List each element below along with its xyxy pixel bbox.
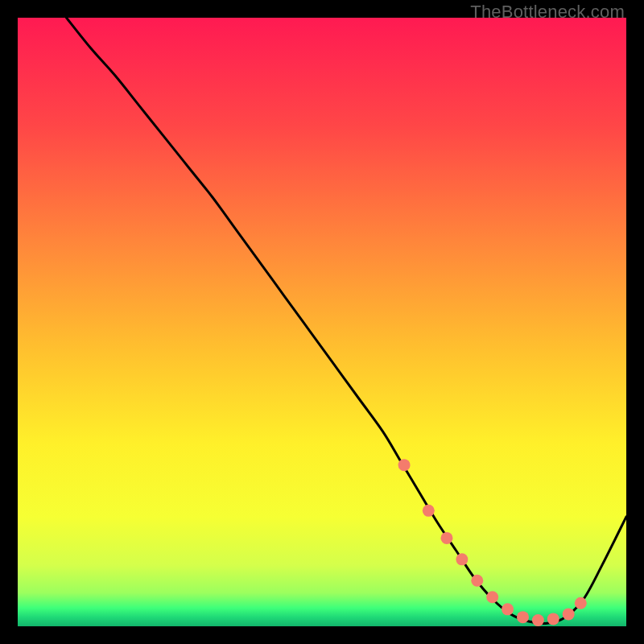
highlight-dot <box>486 591 498 603</box>
highlight-dot <box>517 611 529 623</box>
highlight-dot <box>532 614 544 626</box>
highlight-dot <box>456 553 468 565</box>
highlight-dot <box>398 459 411 471</box>
bottleneck-chart <box>18 18 626 626</box>
highlight-dot <box>547 613 559 625</box>
highlight-dot <box>502 603 514 615</box>
highlight-dot <box>440 532 452 544</box>
highlight-dot <box>471 575 483 587</box>
highlight-dot <box>423 505 435 517</box>
highlight-dot <box>563 608 575 620</box>
gradient-background <box>18 18 626 626</box>
highlight-dot <box>575 597 587 609</box>
chart-frame <box>18 18 626 626</box>
watermark-text: TheBottleneck.com <box>470 2 625 23</box>
